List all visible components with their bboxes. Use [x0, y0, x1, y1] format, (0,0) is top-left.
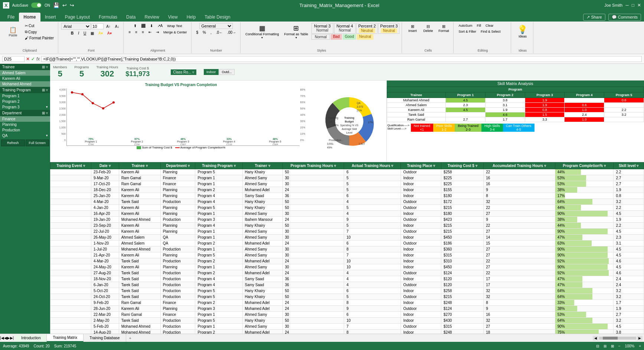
- fullscreen-button[interactable]: Full Screen: [26, 140, 49, 146]
- sheet-tab-training-matrix[interactable]: Training Matrix: [47, 334, 84, 342]
- sidebar-item-program3[interactable]: Program 3 ▾: [0, 104, 50, 110]
- sort-filter-button[interactable]: Sort & Filter: [457, 29, 478, 34]
- save-button[interactable]: 💾: [53, 2, 59, 8]
- copy-button[interactable]: ⧉ Copy: [23, 29, 56, 35]
- sidebar-item-kareem-ali[interactable]: Kareem Ali: [0, 76, 50, 81]
- underline-button[interactable]: U: [82, 30, 88, 36]
- cell-reference-input[interactable]: D25: [2, 56, 24, 62]
- increase-indent-button[interactable]: ⇥: [154, 29, 161, 35]
- percent-button[interactable]: %: [201, 30, 208, 35]
- align-left-button[interactable]: ≡: [127, 29, 133, 35]
- align-top-button[interactable]: ⬆: [132, 23, 138, 29]
- font-decrease-button[interactable]: A↓: [113, 24, 121, 29]
- border-button[interactable]: ▦: [89, 30, 96, 36]
- sidebar-item-ahmed-salem[interactable]: Ahmed Salem: [0, 70, 50, 76]
- normal3-style[interactable]: Normal 3 Normal: [311, 23, 333, 34]
- bold-button[interactable]: B: [69, 30, 75, 36]
- normal-style[interactable]: Normal: [311, 34, 330, 40]
- add-sheet-button[interactable]: +: [126, 334, 134, 342]
- sheet-tab-training-database[interactable]: Training Database: [84, 334, 126, 342]
- formula-icon-fx[interactable]: fx: [36, 56, 40, 62]
- qa-expand[interactable]: ▾: [46, 134, 48, 138]
- indoor-filter-button[interactable]: Indoor: [204, 69, 219, 75]
- currency-button[interactable]: $: [194, 30, 200, 35]
- percent3-style[interactable]: Percent 3 Neutral: [378, 23, 399, 34]
- fill-color-button[interactable]: A▾: [97, 30, 105, 36]
- tab-table-design[interactable]: Table Design: [200, 13, 235, 22]
- share-button[interactable]: ↗ Share: [583, 14, 605, 21]
- autosave-toggle[interactable]: [31, 3, 42, 8]
- autosum-button[interactable]: AutoSum: [457, 23, 474, 28]
- sidebar-item-program2[interactable]: Program 2: [0, 99, 50, 104]
- sheet-tab-introduction[interactable]: Introduction: [15, 334, 47, 342]
- close-button[interactable]: ✕: [637, 3, 641, 8]
- formula-icon-check[interactable]: ✓: [31, 56, 35, 62]
- trainee-filter-icons[interactable]: ⊞ ▿: [42, 65, 48, 69]
- number-format-select[interactable]: General: [199, 23, 233, 29]
- tab-home[interactable]: Home: [19, 13, 40, 22]
- merge-center-button[interactable]: Merge & Center: [161, 30, 189, 35]
- insert-button[interactable]: ⊞ Insert: [405, 23, 420, 34]
- tab-review[interactable]: Review: [140, 13, 163, 22]
- format-painter-button[interactable]: 🖌 Format Painter: [23, 35, 56, 41]
- scroll-left-button[interactable]: ◀: [593, 336, 598, 340]
- align-bottom-button[interactable]: ⬇: [148, 23, 155, 29]
- conditional-formatting-button[interactable]: ▦ Conditional Formatting ▾: [243, 23, 281, 40]
- maximize-button[interactable]: □: [632, 3, 634, 8]
- tab-page-layout[interactable]: Page Layout: [61, 13, 94, 22]
- fill-button[interactable]: Fill: [475, 23, 483, 28]
- zoom-out-icon[interactable]: −: [618, 344, 621, 348]
- sidebar-item-production[interactable]: Production: [0, 127, 50, 133]
- comma-button[interactable]: ,: [209, 30, 213, 35]
- refresh-button[interactable]: Refresh: [1, 140, 25, 146]
- orientation-button[interactable]: ↗A: [156, 23, 165, 29]
- tab-last-button[interactable]: ▶|: [10, 336, 14, 340]
- redo-button[interactable]: ↪: [70, 2, 74, 8]
- outdoor-filter-button[interactable]: Outd...: [219, 69, 235, 75]
- horizontal-scrollbar[interactable]: [599, 337, 636, 340]
- font-color-button[interactable]: A▾: [105, 30, 114, 36]
- italic-button[interactable]: I: [76, 30, 81, 36]
- sidebar-item-planning[interactable]: Planning: [0, 122, 50, 127]
- font-increase-button[interactable]: A↑: [104, 24, 112, 29]
- tab-file[interactable]: File: [3, 13, 19, 22]
- decrease-indent-button[interactable]: ⇤: [147, 29, 153, 35]
- comments-button[interactable]: 💬 Comments: [608, 14, 641, 21]
- scrollbar-thumb[interactable]: [603, 337, 618, 340]
- bad-style[interactable]: Bad: [331, 34, 342, 40]
- align-middle-button[interactable]: ⬛: [139, 23, 147, 29]
- align-right-button[interactable]: ≡: [140, 29, 146, 35]
- minimize-button[interactable]: ─: [625, 3, 629, 8]
- view-normal-icon[interactable]: ⊟: [596, 344, 599, 348]
- decrease-decimal-button[interactable]: .0←: [214, 30, 225, 35]
- program3-expand[interactable]: ▾: [46, 105, 48, 109]
- neutral-style[interactable]: Neutral: [357, 34, 373, 40]
- font-name-select[interactable]: Arial: [61, 23, 91, 30]
- paste-button[interactable]: 📋 Paste: [4, 26, 22, 38]
- sidebar-item-qa[interactable]: QA ▾: [0, 133, 50, 138]
- view-break-icon[interactable]: ⊠: [611, 344, 614, 348]
- tab-data[interactable]: Data: [122, 13, 140, 22]
- sidebar-item-program1[interactable]: Program 1: [0, 93, 50, 99]
- good-style[interactable]: Good: [343, 34, 356, 40]
- formula-icon-x[interactable]: ✕: [26, 56, 30, 62]
- ideas-button[interactable]: 💡 Ideas: [514, 23, 531, 40]
- wrap-text-button[interactable]: Wrap Text: [165, 23, 184, 29]
- font-size-input[interactable]: [92, 23, 104, 29]
- data-table-area[interactable]: Training Event ▿ Date ▿ Trainee ▿ Depart…: [50, 162, 644, 334]
- tab-view[interactable]: View: [164, 13, 182, 22]
- sidebar-item-mohamed-ahmed[interactable]: Mohamed Ahmed: [0, 81, 50, 87]
- formula-input[interactable]: [41, 56, 642, 62]
- scroll-right-button[interactable]: ▶: [637, 336, 643, 340]
- tab-insert[interactable]: Insert: [40, 13, 61, 22]
- find-select-button[interactable]: Find & Select: [479, 29, 503, 34]
- tab-formulas[interactable]: Formulas: [94, 13, 122, 22]
- sidebar-item-finance[interactable]: Finance: [0, 116, 50, 122]
- class-roster-button[interactable]: Class Ro... ▿: [171, 69, 196, 75]
- increase-decimal-button[interactable]: .00→: [225, 30, 238, 35]
- dept-filter-icons[interactable]: ⊞ ▿: [42, 111, 48, 115]
- undo-button[interactable]: ↩: [62, 2, 67, 8]
- clear-button[interactable]: Clear: [484, 23, 496, 28]
- program-filter-icons[interactable]: ⊞ ▿: [42, 88, 48, 92]
- format-as-table-button[interactable]: ⊞ Format as Table ▾: [282, 23, 310, 40]
